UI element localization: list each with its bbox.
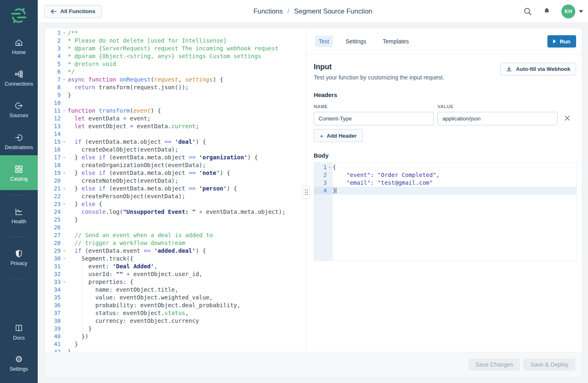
save-changes-button[interactable]: Save Changes	[469, 358, 520, 371]
add-header-button[interactable]: + Add Header	[314, 129, 363, 142]
code-text: "email": "test@gmail.com"	[333, 179, 433, 187]
fold-toggle-icon[interactable]: ▾	[61, 29, 68, 37]
code-line[interactable]: 15▾ if (eventData.meta.object == 'deal')…	[45, 138, 306, 146]
tab-test[interactable]: Test	[315, 36, 333, 47]
fold-toggle-icon[interactable]: ▾	[61, 138, 68, 146]
code-line[interactable]: 3* @param {ServerRequest} request The in…	[45, 45, 306, 52]
code-line[interactable]: 17▾ } else if (eventData.meta.object == …	[45, 154, 306, 161]
code-line[interactable]: 36 probability: eventObject.deal_probabi…	[45, 301, 306, 309]
code-line[interactable]: 41 }	[45, 340, 306, 348]
avatar[interactable]: KH	[561, 5, 575, 18]
code-line[interactable]: 19▾ } else if (eventData.meta.object == …	[45, 169, 306, 177]
breadcrumb-parent-link[interactable]: Functions	[253, 7, 283, 15]
code-line[interactable]: 9}	[45, 91, 306, 99]
code-line[interactable]: 4* @param {Object.<string, any>} setting…	[45, 52, 306, 60]
tab-templates[interactable]: Templates	[379, 36, 413, 47]
fold-toggle-icon[interactable]: ▾	[61, 247, 68, 255]
code-line[interactable]: 7▾async function onRequest(request, sett…	[45, 76, 306, 84]
fold-toggle-icon[interactable]: ▾	[61, 107, 68, 115]
fold-toggle-icon[interactable]: ▾	[61, 200, 68, 208]
sidebar-item-sources[interactable]: Sources	[0, 101, 38, 118]
code-line[interactable]: 27 // Send an event when a deal is added…	[45, 231, 306, 239]
code-line[interactable]: 26	[45, 224, 306, 231]
fold-toggle-icon[interactable]: ▾	[61, 278, 68, 286]
chevron-down-icon[interactable]	[579, 10, 583, 13]
sidebar-item-privacy[interactable]: Privacy	[0, 249, 38, 266]
code-text: })	[68, 333, 89, 340]
code-line[interactable]: 29▾ if (eventData.event == 'added.deal')…	[45, 247, 306, 255]
code-line[interactable]: 40 })	[45, 333, 306, 340]
code-line[interactable]: 42}	[45, 348, 306, 352]
line-number: 23	[45, 200, 61, 208]
fold-toggle-icon[interactable]: ▾	[61, 76, 68, 84]
code-line[interactable]: 10	[45, 99, 306, 107]
remove-header-button[interactable]	[565, 116, 570, 122]
body-json-line[interactable]: 1▾{	[314, 163, 577, 171]
code-line[interactable]: 16 createDealObject(eventData);	[45, 146, 306, 154]
account-menu[interactable]: KH	[561, 5, 583, 18]
code-line[interactable]: 33▾ properties: {	[45, 278, 306, 286]
fold-toggle-icon[interactable]: ▾	[61, 255, 68, 263]
code-line[interactable]: 8 return transform(request.json());	[45, 84, 306, 91]
notifications-button[interactable]	[542, 7, 551, 16]
play-icon	[553, 39, 556, 43]
code-line[interactable]: 13 let eventObject = eventData.current;	[45, 122, 306, 130]
pane-resize-handle[interactable]	[300, 186, 313, 199]
body-json-editor[interactable]: 1▾{2 "event": "Order Completed",3 "email…	[314, 162, 577, 261]
code-line[interactable]: 34 name: eventObject.title,	[45, 286, 306, 294]
fold-gutter	[61, 348, 68, 352]
sidebar-item-settings[interactable]: ⚙ Settings	[0, 355, 38, 372]
breadcrumb-separator: /	[287, 7, 289, 15]
code-line[interactable]: 20 createNoteObject(eventData);	[45, 177, 306, 185]
code-line[interactable]: 12 let eventData = event;	[45, 115, 306, 122]
sidebar-item-destinations[interactable]: Destinations	[0, 133, 38, 150]
code-line[interactable]: 35 value: eventObject.weighted_value,	[45, 294, 306, 301]
code-line[interactable]: 37 status: eventObject.status,	[45, 309, 306, 317]
fold-toggle-icon[interactable]: ▾	[61, 185, 68, 193]
sidebar-item-catalog[interactable]: Catalog	[0, 155, 38, 190]
code-line[interactable]: 14	[45, 130, 306, 138]
code-line[interactable]: 30▾ Segment.track({	[45, 255, 306, 263]
autofill-webhook-button[interactable]: Auto-fill via Webhook	[500, 63, 576, 75]
search-button[interactable]	[523, 7, 532, 16]
sidebar-item-home[interactable]: Home	[0, 38, 38, 55]
code-line[interactable]: 24 console.log("Unsupported Event: " + e…	[45, 208, 306, 216]
code-line[interactable]: 18 createOrganizationObject(eventData);	[45, 161, 306, 169]
code-line[interactable]: 21▾ } else if (eventData.meta.object == …	[45, 185, 306, 193]
header-name-input[interactable]	[314, 112, 434, 125]
fold-toggle-icon[interactable]: ▾	[61, 169, 68, 177]
headers-section-label: Headers	[314, 92, 576, 98]
segment-logo[interactable]	[0, 7, 38, 25]
fold-toggle-icon[interactable]: ▾	[61, 154, 68, 161]
sidebar-item-health[interactable]: Health	[0, 207, 38, 224]
all-functions-back-button[interactable]: All Functions	[44, 5, 102, 18]
code-line[interactable]: 38 currency: eventObject.currency	[45, 317, 306, 325]
code-line[interactable]: 2* Please do not delete [used for Intell…	[45, 37, 306, 45]
code-editor[interactable]: 1▾/**2* Please do not delete [used for I…	[45, 28, 306, 352]
body-json-line[interactable]: 3 "email": "test@gmail.com"	[314, 179, 577, 187]
tab-settings[interactable]: Settings	[342, 36, 370, 47]
line-number: 26	[45, 224, 61, 231]
code-line[interactable]: 25 }	[45, 216, 306, 224]
sidebar-item-docs[interactable]: Docs	[0, 324, 38, 341]
code-line[interactable]: 1▾/**	[45, 29, 306, 37]
code-text: createDealObject(eventData);	[68, 146, 178, 154]
body-json-line[interactable]: 4}	[314, 187, 577, 195]
run-button[interactable]: Run	[547, 35, 576, 48]
code-line[interactable]: 5* @return void	[45, 60, 306, 68]
body-json-line[interactable]: 2 "event": "Order Completed",	[314, 171, 577, 179]
code-line[interactable]: 6*/	[45, 68, 306, 76]
fold-toggle-icon[interactable]: ▾	[327, 163, 333, 171]
sidebar-item-connections[interactable]: Connections	[0, 70, 38, 87]
code-line[interactable]: 11▾function transform(event) {	[45, 107, 306, 115]
code-line[interactable]: 32 userId: "" + eventObject.user_id,	[45, 270, 306, 278]
code-text: /**	[68, 29, 78, 37]
code-line[interactable]: 39 }	[45, 325, 306, 333]
code-text: return transform(request.json());	[68, 84, 189, 91]
save-deploy-button[interactable]: Save & Deploy	[523, 358, 575, 371]
header-value-input[interactable]	[438, 112, 558, 125]
code-line[interactable]: 31 event: 'Deal Added',	[45, 263, 306, 270]
code-line[interactable]: 28 // trigger a workflow downstream	[45, 239, 306, 247]
code-line[interactable]: 22 createPersonObject(eventData);	[45, 193, 306, 200]
code-line[interactable]: 23▾ } else {	[45, 200, 306, 208]
